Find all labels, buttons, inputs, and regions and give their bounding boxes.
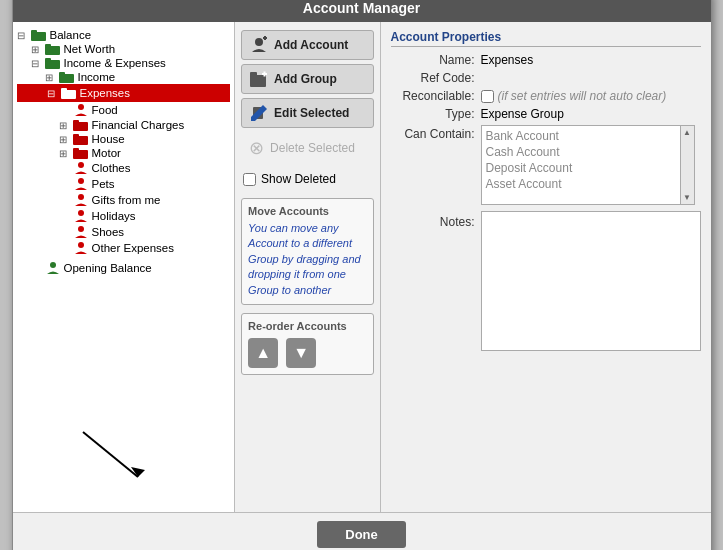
edit-selected-button[interactable]: Edit Selected (241, 98, 373, 128)
svg-point-22 (78, 242, 84, 248)
edit-icon (250, 104, 268, 122)
type-row: Type: Expense Group (391, 107, 701, 121)
notes-textarea[interactable] (481, 211, 701, 351)
person-icon-gifts (73, 193, 89, 207)
svg-rect-7 (59, 72, 65, 76)
delete-selected-label: Delete Selected (270, 141, 355, 155)
tree-label-house: House (92, 133, 125, 145)
reconcilable-checkbox[interactable] (481, 90, 494, 103)
reorder-box: Re-order Accounts ▲ ▼ (241, 313, 373, 375)
tree-item-financial-charges[interactable]: ⊞ Financial Charges (17, 118, 231, 132)
reorder-up-button[interactable]: ▲ (248, 338, 278, 368)
expander-net-worth[interactable]: ⊞ (31, 44, 45, 55)
tree-item-other-expenses[interactable]: Other Expenses (17, 240, 231, 256)
type-label: Type: (391, 107, 481, 121)
pencil-icon (250, 104, 268, 122)
move-accounts-title: Move Accounts (248, 205, 366, 217)
tree-item-pets[interactable]: Pets (17, 176, 231, 192)
reorder-down-button[interactable]: ▼ (286, 338, 316, 368)
show-deleted-checkbox[interactable] (243, 173, 256, 186)
expander-motor[interactable]: ⊞ (59, 148, 73, 159)
can-contain-wrapper: Bank Account Cash Account Deposit Accoun… (481, 125, 695, 205)
person-icon-pets (73, 177, 89, 191)
svg-rect-1 (31, 30, 37, 34)
svg-rect-14 (73, 134, 79, 138)
reconcilable-row: Reconcilable: (if set entries will not a… (391, 89, 701, 103)
add-account-button[interactable]: Add Account (241, 30, 373, 60)
tree-item-income[interactable]: ⊞ Income (17, 70, 231, 84)
expander-income-expenses[interactable]: ⊟ (31, 58, 45, 69)
svg-rect-12 (73, 120, 79, 124)
svg-point-19 (78, 194, 84, 200)
svg-point-18 (78, 178, 84, 184)
svg-point-10 (78, 104, 84, 110)
expander-expenses[interactable]: ⊟ (47, 88, 61, 99)
middle-panel: Add Account Add Group (235, 22, 380, 512)
name-row: Name: Expenses (391, 53, 701, 67)
tree-item-opening-balance[interactable]: Opening Balance (17, 260, 231, 276)
svg-rect-9 (61, 88, 67, 92)
tree-item-gifts[interactable]: Gifts from me (17, 192, 231, 208)
add-group-button[interactable]: Add Group (241, 64, 373, 94)
tree-item-motor[interactable]: ⊞ Motor (17, 146, 231, 160)
folder-plus-icon (250, 71, 268, 87)
folder-icon-expenses (61, 87, 77, 99)
expander-balance[interactable]: ⊟ (17, 30, 31, 41)
move-accounts-text: You can move any Account to a different … (248, 221, 366, 298)
tree-item-holidays[interactable]: Holidays (17, 208, 231, 224)
person-icon-other-expenses (73, 241, 89, 255)
tree-label-motor: Motor (92, 147, 121, 159)
tree-item-expenses[interactable]: ⊟ Expenses (17, 84, 231, 102)
expander-income[interactable]: ⊞ (45, 72, 59, 83)
edit-selected-label: Edit Selected (274, 106, 349, 120)
tree-label-balance: Balance (50, 29, 92, 41)
tree-label-expenses: Expenses (80, 87, 131, 99)
properties-title: Account Properties (391, 30, 701, 47)
can-contain-list[interactable]: Bank Account Cash Account Deposit Accoun… (481, 125, 681, 205)
scroll-up-arrow[interactable]: ▲ (681, 128, 694, 137)
add-group-icon (250, 70, 268, 88)
can-contain-row: Can Contain: Bank Account Cash Account D… (391, 125, 701, 205)
folder-icon-motor (73, 147, 89, 159)
tree-item-balance[interactable]: ⊟ Balance (17, 28, 231, 42)
person-icon-shoes (73, 225, 89, 239)
delete-selected-button[interactable]: ⊗ Delete Selected (241, 132, 373, 164)
account-tree[interactable]: ⊟ Balance ⊞ Net Worth ⊟ Income & Expense… (13, 22, 236, 512)
svg-point-23 (50, 262, 56, 268)
svg-rect-32 (264, 72, 266, 77)
ref-code-row: Ref Code: (391, 71, 701, 85)
tree-item-food[interactable]: Food (17, 102, 231, 118)
show-deleted-row: Show Deleted (241, 168, 373, 190)
scroll-down-arrow[interactable]: ▼ (681, 193, 694, 202)
person-icon-opening-balance (45, 261, 61, 275)
svg-marker-25 (131, 467, 145, 477)
svg-rect-5 (45, 58, 51, 62)
person-icon-holidays (73, 209, 89, 223)
expander-house[interactable]: ⊞ (59, 134, 73, 145)
tree-item-house[interactable]: ⊞ House (17, 132, 231, 146)
list-scrollbar[interactable]: ▲ ▼ (681, 125, 695, 205)
window-title: Account Manager (303, 0, 420, 16)
tree-label-shoes: Shoes (92, 226, 125, 238)
tree-item-income-expenses[interactable]: ⊟ Income & Expenses (17, 56, 231, 70)
tree-label-gifts: Gifts from me (92, 194, 161, 206)
tree-item-clothes[interactable]: Clothes (17, 160, 231, 176)
type-value: Expense Group (481, 107, 564, 121)
reconcilable-control: (if set entries will not auto clear) (481, 89, 667, 103)
svg-point-26 (255, 38, 263, 46)
can-contain-label: Can Contain: (391, 125, 481, 141)
done-button[interactable]: Done (317, 521, 406, 548)
svg-point-21 (78, 226, 84, 232)
tree-label-financial-charges: Financial Charges (92, 119, 185, 131)
svg-line-24 (83, 432, 138, 477)
expander-financial-charges[interactable]: ⊞ (59, 120, 73, 131)
svg-point-17 (78, 162, 84, 168)
ref-code-label: Ref Code: (391, 71, 481, 85)
add-account-label: Add Account (274, 38, 348, 52)
tree-item-shoes[interactable]: Shoes (17, 224, 231, 240)
add-group-label: Add Group (274, 72, 337, 86)
move-accounts-box: Move Accounts You can move any Account t… (241, 198, 373, 305)
tree-item-net-worth[interactable]: ⊞ Net Worth (17, 42, 231, 56)
tree-label-food: Food (92, 104, 118, 116)
footer: Done (13, 512, 711, 550)
